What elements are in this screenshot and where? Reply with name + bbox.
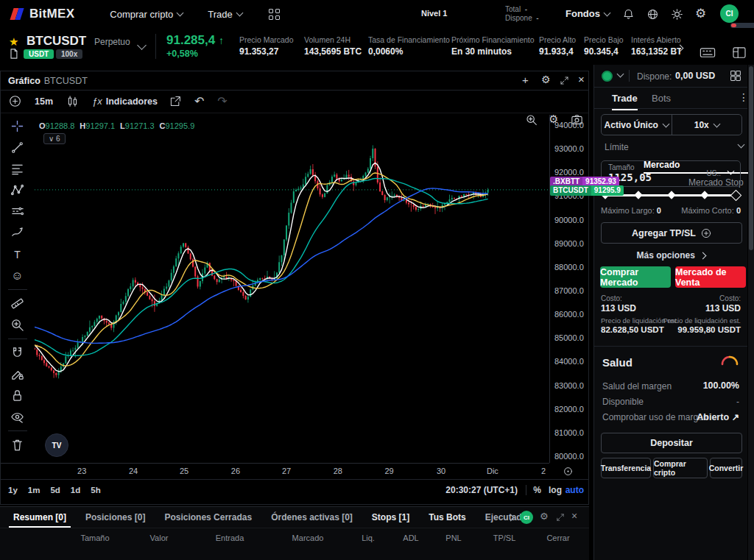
account-chevron-icon[interactable] (617, 71, 624, 78)
symbol-selector-chevron-icon[interactable] (137, 40, 147, 50)
slider-handle[interactable] (730, 190, 742, 202)
convert-button[interactable]: Convertir (710, 458, 742, 478)
remove-drawings-tool-icon[interactable] (4, 434, 31, 456)
magnet-tool-icon[interactable] (4, 342, 31, 364)
range-1m-button[interactable]: 1m (28, 486, 40, 495)
fx-icon[interactable]: ƒx (92, 96, 102, 107)
range-1y-button[interactable]: 1y (8, 486, 18, 495)
external-link-icon[interactable] (169, 96, 181, 107)
crosshair-tool-icon[interactable] (4, 116, 31, 137)
scrollbar-thumb[interactable] (749, 66, 753, 250)
panel-close-icon[interactable]: × (571, 511, 577, 521)
add-tpsl-button[interactable]: Agregar TP/SL (601, 222, 742, 244)
redo-icon[interactable]: ↷ (217, 94, 227, 108)
margin-leverage-control: Activo Único 10x (601, 114, 742, 135)
layout-icon[interactable] (733, 47, 746, 59)
nav-trade[interactable]: Trade (208, 9, 242, 20)
bitmex-logo[interactable]: BitMEX (10, 7, 74, 21)
range-5d-button[interactable]: 5d (50, 486, 60, 495)
size-currency[interactable]: US.. (707, 169, 721, 177)
margin-usage-link[interactable]: Abierto ↗ (697, 411, 739, 422)
panel-settings-icon[interactable]: ⚙ (541, 74, 551, 85)
scroll-to-current-icon[interactable] (563, 466, 574, 477)
contract-doc-icon[interactable] (9, 49, 18, 59)
apps-grid-icon[interactable] (269, 9, 280, 20)
tab-stops[interactable]: Stops [1] (372, 507, 409, 528)
hide-drawings-tool-icon[interactable] (4, 406, 31, 428)
kebab-menu-icon[interactable]: ⋮ (739, 91, 749, 103)
add-symbol-icon[interactable] (9, 95, 21, 107)
ohlc-h-value: 91297.1 (85, 121, 115, 130)
emoji-tool-icon[interactable]: ☺ (4, 265, 31, 286)
more-options-button[interactable]: Más opciones (594, 250, 747, 260)
panel-expand-icon[interactable] (560, 76, 569, 85)
lock-all-tool-icon[interactable] (4, 385, 31, 406)
settings-gear-icon[interactable]: ⚙ (695, 7, 706, 20)
panel-add-icon[interactable]: + (522, 74, 529, 85)
user-avatar[interactable]: CI (720, 4, 739, 23)
funds-menu[interactable]: Fondos (566, 8, 610, 19)
nav-buy-crypto[interactable]: Comprar cripto (110, 9, 183, 20)
vertical-scrollbar[interactable] (748, 65, 754, 560)
favorite-star-icon[interactable]: ★ (9, 35, 18, 49)
auto-scale-button[interactable]: auto (566, 485, 584, 495)
globe-icon[interactable] (646, 8, 659, 21)
divider (8, 339, 27, 339)
undo-icon[interactable]: ↶ (194, 94, 204, 108)
theme-sun-icon[interactable] (671, 8, 683, 21)
tab-tus-bots[interactable]: Tus Bots (429, 507, 465, 528)
col-liq: Liq. (362, 534, 375, 542)
panel-expand-icon[interactable] (556, 513, 565, 522)
indicators-collapse-badge[interactable]: ∨ 6 (43, 133, 66, 144)
position-tool-icon[interactable] (4, 201, 31, 222)
trend-line-tool-icon[interactable] (4, 137, 31, 158)
slider-stop-75[interactable] (700, 191, 708, 199)
sell-market-button[interactable]: Mercado de Venta (675, 266, 746, 288)
tab-ordenes-activas[interactable]: Órdenes activas [0] (271, 507, 353, 528)
leverage-select[interactable]: 10x (672, 115, 742, 135)
range-5h-button[interactable]: 5h (91, 486, 100, 495)
buy-market-button[interactable]: Comprar Mercado (600, 266, 671, 288)
fib-retracement-tool-icon[interactable] (4, 158, 31, 180)
buy-crypto-button[interactable]: Comprar cripto (653, 458, 708, 478)
layout-grid-icon[interactable] (730, 70, 741, 82)
panel-close-icon[interactable]: × (578, 74, 585, 85)
text-tool-icon[interactable]: T (4, 244, 31, 265)
brush-tool-icon[interactable] (4, 222, 31, 244)
tab-posiciones[interactable]: Posiciones [0] (85, 507, 145, 528)
price-chart[interactable] (35, 115, 549, 463)
drawing-lock-tool-icon[interactable] (4, 364, 31, 385)
asset-mode-select[interactable]: Activo Único (602, 115, 672, 135)
indicators-button[interactable]: Indicadores (106, 96, 158, 107)
chart-clock[interactable]: 20:30:27 (UTC+1) (445, 485, 518, 495)
tab-posiciones-cerradas[interactable]: Posiciones Cerradas (164, 507, 252, 528)
tab-resumen[interactable]: Resumen [0] (13, 507, 66, 528)
log-scale-button[interactable]: log (549, 485, 562, 495)
col-tamano: Tamaño (80, 534, 109, 542)
tradingview-logo[interactable]: TV (45, 433, 68, 457)
candle-style-icon[interactable] (66, 95, 79, 107)
size-input-box[interactable]: Tamaño 1125,05 US.. (601, 160, 741, 187)
slider-stop-25[interactable] (634, 191, 642, 199)
tab-bots[interactable]: Bots (652, 93, 671, 104)
deposit-button[interactable]: Depositar (601, 433, 742, 453)
account-icon[interactable] (602, 71, 613, 82)
panel-avatar[interactable]: CI (520, 511, 533, 524)
range-1d-button[interactable]: 1d (71, 486, 80, 495)
transfer-button[interactable]: Transferencia (601, 458, 651, 478)
chevron-down-icon (662, 120, 669, 127)
interval-button[interactable]: 15m (35, 96, 53, 107)
last-price-badge: BTCUSDT91295.9 (550, 185, 624, 196)
zoom-in-tool-icon[interactable] (4, 314, 31, 336)
size-slider[interactable] (604, 194, 738, 196)
pattern-tool-icon[interactable] (4, 180, 31, 201)
measure-tool-icon[interactable] (4, 293, 31, 314)
percent-scale-button[interactable]: % (533, 485, 541, 495)
time-axis[interactable]: 2324252627282930Dic2 (1, 463, 549, 478)
panel-settings-icon[interactable]: ⚙ (540, 511, 549, 521)
price-axis[interactable]: 94000.093000.092000.091000.090000.089000… (549, 115, 590, 463)
keyboard-icon[interactable] (700, 48, 716, 58)
order-tab-limite[interactable]: Límite (605, 138, 754, 156)
slider-stop-50[interactable] (667, 191, 675, 199)
bell-icon[interactable] (622, 8, 635, 21)
